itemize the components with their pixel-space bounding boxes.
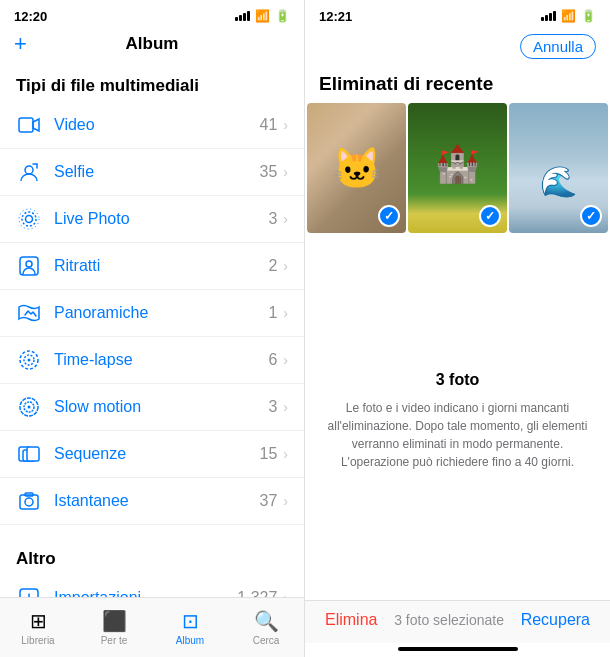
ritratti-count: 2 — [268, 257, 277, 275]
selfie-count: 35 — [260, 163, 278, 181]
selected-label: 3 foto selezionate — [394, 612, 504, 628]
selfie-chevron: › — [283, 164, 288, 180]
svg-point-1 — [25, 166, 33, 174]
import-icon — [16, 585, 42, 597]
slowmotion-label: Slow motion — [54, 398, 268, 416]
ritratti-label: Ritratti — [54, 257, 268, 275]
panoramiche-label: Panoramiche — [54, 304, 268, 322]
annulla-button[interactable]: Annulla — [520, 34, 596, 59]
list-item-livephoto[interactable]: Live Photo 3 › — [0, 196, 304, 243]
sequence-icon — [16, 441, 42, 467]
portrait-icon — [16, 253, 42, 279]
svg-point-2 — [26, 216, 33, 223]
section-media-title: Tipi di file multimediali — [0, 62, 304, 102]
recupera-button[interactable]: Recupera — [521, 611, 590, 629]
left-header: + Album — [0, 30, 304, 62]
panoramiche-chevron: › — [283, 305, 288, 321]
svg-point-3 — [22, 212, 36, 226]
livephoto-label: Live Photo — [54, 210, 268, 228]
time-right: 12:21 — [319, 9, 352, 24]
svg-point-12 — [28, 406, 31, 409]
left-panel: 12:20 📶 🔋 + Album Tipi di file multimedi… — [0, 0, 305, 657]
forte-label: Per te — [101, 635, 128, 646]
libreria-label: Libreria — [21, 635, 54, 646]
list-item-panoramiche[interactable]: Panoramiche 1 › — [0, 290, 304, 337]
battery-icon: 🔋 — [275, 9, 290, 23]
timelapse-chevron: › — [283, 352, 288, 368]
photo-cell-cat[interactable] — [307, 103, 406, 233]
home-indicator — [398, 647, 518, 651]
album-icon: ⊡ — [182, 609, 199, 633]
panoramiche-count: 1 — [268, 304, 277, 322]
check-badge-cat — [378, 205, 400, 227]
sequenze-chevron: › — [283, 446, 288, 462]
istantanee-count: 37 — [260, 492, 278, 510]
status-icons-left: 📶 🔋 — [235, 9, 290, 23]
wifi-icon: 📶 — [255, 9, 270, 23]
album-label: Album — [176, 635, 204, 646]
wifi-icon-right: 📶 — [561, 9, 576, 23]
cerca-icon: 🔍 — [254, 609, 279, 633]
tab-libreria[interactable]: ⊞ Libreria — [0, 598, 76, 657]
right-title: Eliminati di recente — [305, 67, 610, 103]
add-album-button[interactable]: + — [14, 31, 27, 57]
list-item-video[interactable]: Video 41 › — [0, 102, 304, 149]
status-bar-right: 12:21 📶 🔋 — [305, 0, 610, 30]
list-item-timelapse[interactable]: Time-lapse 6 › — [0, 337, 304, 384]
livephoto-icon — [16, 206, 42, 232]
bottom-actions: Elimina 3 foto selezionate Recupera — [305, 600, 610, 643]
photo-cell-castle[interactable] — [408, 103, 507, 233]
panorama-icon — [16, 300, 42, 326]
status-bar-left: 12:20 📶 🔋 — [0, 0, 304, 30]
livephoto-count: 3 — [268, 210, 277, 228]
libreria-icon: ⊞ — [30, 609, 47, 633]
istantanee-label: Istantanee — [54, 492, 260, 510]
svg-rect-0 — [19, 118, 33, 132]
section-other-title: Altro — [0, 535, 304, 575]
info-section: 3 foto Le foto e i video indicano i gior… — [305, 233, 610, 600]
list-item-istantanee[interactable]: Istantanee 37 › — [0, 478, 304, 525]
ritratti-chevron: › — [283, 258, 288, 274]
tab-bar: ⊞ Libreria ⬛ Per te ⊡ Album 🔍 Cerca — [0, 597, 304, 657]
right-panel: 12:21 📶 🔋 Annulla Eliminati di recente — [305, 0, 610, 657]
tab-cerca[interactable]: 🔍 Cerca — [228, 598, 304, 657]
elimina-button[interactable]: Elimina — [325, 611, 377, 629]
time-left: 12:20 — [14, 9, 47, 24]
instant-icon — [16, 488, 42, 514]
list-item-sequenze[interactable]: Sequenze 15 › — [0, 431, 304, 478]
timelapse-icon — [16, 347, 42, 373]
list-item-ritratti[interactable]: Ritratti 2 › — [0, 243, 304, 290]
sequenze-count: 15 — [260, 445, 278, 463]
importazioni-count: 1.327 — [237, 589, 277, 597]
slowmotion-icon — [16, 394, 42, 420]
svg-point-17 — [25, 498, 33, 506]
istantanee-chevron: › — [283, 493, 288, 509]
list-item-selfie[interactable]: Selfie 35 › — [0, 149, 304, 196]
photo-count: 3 foto — [436, 371, 480, 389]
svg-point-6 — [26, 261, 32, 267]
battery-icon-right: 🔋 — [581, 9, 596, 23]
left-scroll: Tipi di file multimediali Video 41 › — [0, 62, 304, 597]
list-item-importazioni[interactable]: Importazioni 1.327 › — [0, 575, 304, 597]
list-item-slowmotion[interactable]: Slow motion 3 › — [0, 384, 304, 431]
signal-bars-right — [541, 11, 556, 21]
photo-cell-sea[interactable] — [509, 103, 608, 233]
timelapse-label: Time-lapse — [54, 351, 268, 369]
bottom-indicator — [305, 643, 610, 657]
right-header: Annulla — [305, 30, 610, 67]
tab-forte[interactable]: ⬛ Per te — [76, 598, 152, 657]
selfie-label: Selfie — [54, 163, 260, 181]
livephoto-chevron: › — [283, 211, 288, 227]
photo-grid — [305, 103, 610, 233]
svg-rect-15 — [27, 447, 39, 461]
timelapse-count: 6 — [268, 351, 277, 369]
tab-album[interactable]: ⊡ Album — [152, 598, 228, 657]
slowmotion-chevron: › — [283, 399, 288, 415]
svg-point-9 — [28, 359, 31, 362]
left-header-title: Album — [126, 34, 179, 54]
sequenze-label: Sequenze — [54, 445, 260, 463]
forte-icon: ⬛ — [102, 609, 127, 633]
status-icons-right: 📶 🔋 — [541, 9, 596, 23]
info-text: Le foto e i video indicano i giorni manc… — [325, 399, 590, 471]
video-label: Video — [54, 116, 260, 134]
